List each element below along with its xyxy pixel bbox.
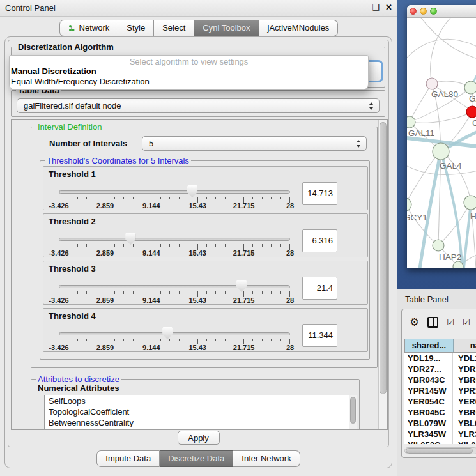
tick-mark <box>77 339 78 341</box>
tab-cyni-toolbox[interactable]: Cyni Toolbox <box>194 20 259 36</box>
attribute-list-item[interactable]: BetweennessCentrality <box>45 417 357 428</box>
threshold-value-field[interactable]: 14.713 <box>302 182 337 205</box>
name-cell[interactable]: YBL0 <box>453 418 476 429</box>
gear-icon[interactable]: ⚙ <box>410 317 419 328</box>
network-node-label: C <box>472 118 476 128</box>
split-columns-icon[interactable] <box>427 317 438 328</box>
network-node[interactable] <box>407 198 411 211</box>
network-node-label: GCY1 <box>407 213 427 222</box>
slider-thumb[interactable] <box>125 233 135 245</box>
slider-tick-labels: -3.4262.8599.14415.4321.71528 <box>59 202 290 210</box>
table-row[interactable]: YDL19...YDL1 <box>404 353 476 364</box>
table-row[interactable]: YIL052CYIL0 <box>404 440 476 444</box>
tab-discretize-data[interactable]: Discretize Data <box>160 450 233 467</box>
table-row[interactable]: YPR145WYPR1 <box>404 385 476 396</box>
table-data-combobox[interactable]: galFiltered.sif default node <box>17 98 380 113</box>
name-cell[interactable]: YIL0 <box>453 440 476 444</box>
name-cell[interactable]: YBR0 <box>453 407 476 418</box>
table-row[interactable]: YBR045CYBR0 <box>404 407 476 418</box>
name-cell[interactable]: YPR1 <box>453 385 476 396</box>
tick-mark <box>160 291 161 294</box>
network-node[interactable] <box>433 240 444 251</box>
numerical-attributes-list[interactable]: SelfLoopsTopologicalCoefficientBetweenne… <box>44 395 357 430</box>
list-scrollbar[interactable] <box>349 395 357 430</box>
network-node[interactable] <box>464 196 476 210</box>
slider-thumb[interactable] <box>187 185 197 197</box>
network-edge <box>407 204 438 245</box>
tick-mark <box>271 244 272 247</box>
table-row[interactable]: YBL079WYBL0 <box>404 418 476 429</box>
table-row[interactable]: YER054CYER0 <box>404 396 476 407</box>
attribute-list-item[interactable]: SelfLoops <box>45 395 357 406</box>
shared-name-cell[interactable]: YBL079W <box>404 418 453 429</box>
algorithm-item-manual-discretization[interactable]: Manual Discretization <box>11 66 96 76</box>
threshold-value-field[interactable]: 21.4 <box>302 277 337 300</box>
shared-name-cell[interactable]: YDL19... <box>404 353 453 364</box>
scrollbar-thumb[interactable] <box>406 448 473 454</box>
shared-name-cell[interactable]: YDR27... <box>404 364 453 374</box>
slider-track[interactable] <box>59 285 290 288</box>
scrollbar-thumb[interactable] <box>380 122 387 394</box>
name-cell[interactable]: YDR2 <box>453 364 476 374</box>
number-of-intervals-combobox[interactable]: 5 <box>142 136 367 151</box>
network-canvas[interactable]: GAL80GACGAL11GAL4GCY1HHAP2 <box>407 18 476 268</box>
network-view-window[interactable]: GAL80GACGAL11GAL4GCY1HHAP2 <box>407 5 476 268</box>
screen: Control Panel ❑ ✕ NetworkStyleSelectCyni… <box>0 0 476 476</box>
shared-name-cell[interactable]: YBR045C <box>404 407 453 418</box>
combo-arrows-icon <box>357 139 361 148</box>
float-window-icon[interactable]: ❑ <box>372 3 380 12</box>
shared-name-cell[interactable]: YIL052C <box>404 440 453 444</box>
tick-mark <box>225 291 226 294</box>
shared-name-cell[interactable]: YER054C <box>404 396 453 407</box>
slider-thumb[interactable] <box>236 280 247 292</box>
tick-mark <box>271 291 272 294</box>
shared-name-cell[interactable]: YLR345W <box>404 429 453 440</box>
tick-mark <box>123 291 124 294</box>
scrollbar-thumb[interactable] <box>350 397 356 424</box>
network-node[interactable] <box>433 143 449 160</box>
network-node[interactable] <box>407 116 415 128</box>
table-row[interactable]: YBR043CYBR0 <box>404 374 476 385</box>
network-node[interactable] <box>466 106 476 118</box>
network-node[interactable] <box>464 81 476 94</box>
name-cell[interactable]: YDL1 <box>453 353 476 364</box>
tab-style[interactable]: Style <box>118 20 154 36</box>
tick-mark <box>68 244 68 247</box>
shared-name-cell[interactable]: YBR043C <box>404 374 453 385</box>
tab-select[interactable]: Select <box>154 20 194 36</box>
column-header-shared-name[interactable]: shared... <box>405 339 454 352</box>
threshold-value-field[interactable]: 6.316 <box>302 229 337 252</box>
name-cell[interactable]: YLR3 <box>453 429 476 440</box>
close-icon[interactable]: ✕ <box>385 3 392 12</box>
table-toolbar: ⚙ ☑ ☑ <box>402 309 476 335</box>
checkbox-checked-icon[interactable]: ☑ <box>463 318 470 326</box>
algorithm-prompt-item[interactable]: Select algorithm to view settings <box>10 57 368 66</box>
column-header-name[interactable]: na <box>454 339 476 352</box>
network-node[interactable] <box>453 261 463 268</box>
shared-name-cell[interactable]: YPR145W <box>404 385 453 396</box>
attribute-list-item[interactable]: TopologicalCoefficient <box>45 406 357 417</box>
slider-track[interactable] <box>59 238 290 241</box>
table-row[interactable]: YDR27...YDR2 <box>404 364 476 374</box>
checkbox-checked-icon[interactable]: ☑ <box>447 318 454 326</box>
algorithm-item-equal-width-frequency[interactable]: Equal Width/Frequency Discretization <box>11 77 150 86</box>
slider-track[interactable] <box>59 190 290 194</box>
minimize-traffic-light-icon[interactable] <box>420 8 427 15</box>
network-window-titlebar[interactable] <box>407 5 476 18</box>
network-node[interactable] <box>426 78 438 89</box>
threshold-value-field[interactable]: 11.344 <box>302 324 337 347</box>
tab-jactivemnodules[interactable]: jActiveMNodules <box>259 20 339 36</box>
slider-track[interactable] <box>59 332 290 335</box>
close-traffic-light-icon[interactable] <box>410 8 417 15</box>
name-cell[interactable]: YBR0 <box>453 374 476 385</box>
name-cell[interactable]: YER0 <box>453 396 476 407</box>
tab-infer-network[interactable]: Infer Network <box>233 450 300 467</box>
tab-impute-data[interactable]: Impute Data <box>96 450 160 467</box>
zoom-traffic-light-icon[interactable] <box>430 8 437 15</box>
table-row[interactable]: YLR345WYLR3 <box>404 429 476 440</box>
settings-scrollbar[interactable] <box>378 120 387 429</box>
slider-thumb[interactable] <box>162 327 173 339</box>
table-horizontal-scrollbar[interactable] <box>404 447 476 454</box>
apply-button[interactable]: Apply <box>178 431 220 445</box>
tab-network[interactable]: Network <box>59 20 119 36</box>
